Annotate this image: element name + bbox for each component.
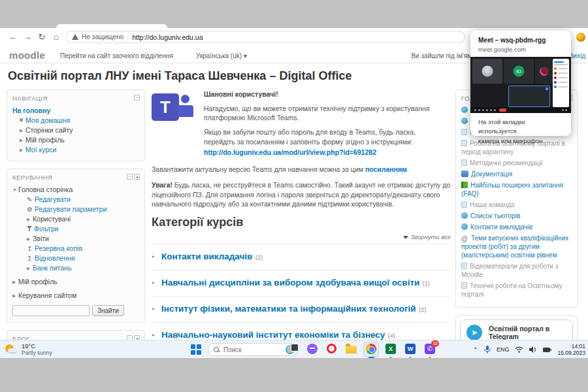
forward-button[interactable]: → [21,31,34,44]
telegram-label[interactable]: Освітній портал в Telegram [489,325,566,340]
category-row[interactable]: ▸ Контакти викладачів (2) [152,244,451,270]
meet-tab-preview-popup[interactable]: Meet – wsq-pbdm-rgg meet.google.com Ю [470,31,571,136]
menu-item-label[interactable]: Найбільш поширені запитання (FAQ) [461,182,563,197]
menu-item[interactable]: Технічні роботи на Освітньому порталі [461,282,572,299]
admin-search-button[interactable]: Знайти [92,305,124,316]
nav-item-label[interactable]: Мій профіль [25,136,65,144]
opera-button[interactable] [327,344,338,355]
address-bar[interactable]: Не защищено | http://do.luguniv.edu.ua [65,31,465,43]
collapse-block-icon[interactable]: − [134,95,140,101]
viber-button[interactable]: ✆33 [425,344,436,355]
nav-item-site-pages[interactable]: ▶Сторінки сайту [20,125,139,135]
caret-right-icon[interactable]: ▶ [20,125,25,135]
collapse-all-link[interactable]: Згорнути все [152,233,451,244]
admin-item-label[interactable]: Відновлення [35,254,75,262]
caret-right-icon[interactable]: ▸ [152,332,155,338]
menu-item[interactable]: Контакти викладачів [461,223,572,231]
menu-item[interactable]: Наша команда [461,201,572,209]
caret-right-icon[interactable]: ▶ [12,291,18,301]
menu-item[interactable]: @Теми випускних кваліфікаційних проектів… [461,234,572,259]
category-link[interactable]: Навчально-науковий інститут економіки та… [161,330,385,340]
caret-right-icon[interactable]: ▸ [152,253,155,259]
category-link[interactable]: Інститут фізики, математики та інформаці… [161,304,416,314]
support-form-link[interactable]: http://do.luguniv.edu.ua/mod/url/view.ph… [204,148,376,156]
admin-item-my-profile[interactable]: ▶Мій профіль [12,277,139,287]
menu-item-label[interactable]: Відеоматеріали для роботи з Moodle [461,263,558,278]
caret-right-icon[interactable]: ▶ [20,135,25,145]
nav-item-label[interactable]: Моя домашня [25,116,70,124]
menu-item[interactable]: Документація [461,170,572,178]
category-row[interactable]: ▸ Навчально-науковий інститут економіки … [152,322,451,340]
admin-item-question-bank[interactable]: ▶Банк питань [27,263,139,273]
admin-root[interactable]: ▼Головна сторінка [12,185,139,195]
menu-item-label[interactable]: Теми випускних кваліфікаційних проектів … [461,235,568,259]
admin-item-label[interactable]: Фільтри [34,225,59,233]
category-link[interactable]: Навчальні дисципліни за вибором здобувач… [161,278,419,287]
caret-right-icon[interactable]: ▶ [27,214,33,224]
collapse-block-icon[interactable]: − [127,335,133,340]
battery-icon[interactable] [543,347,551,353]
back-button[interactable]: ← [7,31,20,44]
home-button[interactable]: ⌂ [50,31,63,44]
moodle-logo[interactable]: moodle [9,50,45,61]
menu-item[interactable]: Відеоматеріали для роботи з Moodle [461,262,572,279]
admin-item-label[interactable]: Мій профіль [18,278,57,286]
taskbar-weather-widget[interactable]: 19°C Partly sunny [5,342,52,356]
category-row[interactable]: ▸ Інститут фізики, математики та інформа… [152,296,451,322]
caret-right-icon[interactable]: ▶ [27,234,33,244]
admin-item-label[interactable]: Редагувати параметри [35,205,106,213]
caret-right-icon[interactable]: ▸ [152,306,155,312]
tray-overflow-chevron-icon[interactable]: ⌃ [473,346,478,353]
admin-item-edit-settings[interactable]: ⚙Редагувати параметри [27,204,139,214]
category-link[interactable]: Контакти викладачів [161,252,252,261]
browser-profile-avatar[interactable] [576,33,585,42]
taskbar-clock[interactable]: 14:01 15.09.2023 [557,343,585,356]
file-explorer-button[interactable] [346,344,357,355]
admin-item-users[interactable]: ▶Користувачі [27,214,139,224]
start-button[interactable] [191,344,201,355]
teams-download-link[interactable]: посиланням [365,165,407,173]
caret-right-icon[interactable]: ▸ [152,280,155,286]
chrome-button[interactable] [366,344,377,355]
dock-block-icon[interactable]: ◂ [134,174,140,180]
admin-item-label[interactable]: Звіти [33,235,49,242]
nav-item-label[interactable]: Сторінки сайту [25,126,73,134]
telegram-card[interactable]: ➤ Освітній портал в Telegram [460,319,573,340]
wifi-icon[interactable] [515,346,523,353]
admin-root-label[interactable]: Головна сторінка [18,186,73,193]
nav-item-dashboard[interactable]: Моя домашня [20,116,139,125]
nav-item-courses[interactable]: ▶Мої курси [20,145,139,155]
admin-item-filters[interactable]: Фільтри [27,224,139,234]
menu-item[interactable]: Список тьюторів [461,212,572,220]
admin-item-backup[interactable]: ↥Резервна копія [27,244,139,253]
menu-item-label[interactable]: Технічні роботи на Освітньому порталі [461,282,563,298]
nav-home-label[interactable]: На головну [12,106,50,114]
menu-item-label[interactable]: Наша команда [470,201,515,208]
admin-item-reports[interactable]: ▶Звіти [27,234,139,244]
word-button[interactable]: W [405,344,416,355]
admin-item-label[interactable]: Керування сайтом [18,291,76,299]
microphone-icon[interactable] [484,346,491,353]
menu-item-label[interactable]: Контакти викладачів [470,223,532,231]
volume-icon[interactable] [529,346,537,353]
taskbar-search[interactable]: b [208,343,298,356]
teams-chat-button[interactable] [307,344,318,355]
caret-right-icon[interactable]: ▶ [27,263,33,273]
admin-item-label[interactable]: Користувачі [33,215,71,223]
admin-item-site-admin[interactable]: ▶Керування сайтом [12,291,139,301]
menu-item-label[interactable]: Методичні рекомендації [470,159,543,167]
caret-right-icon[interactable]: ▶ [20,145,25,155]
nav-link-language[interactable]: Українська (uk) ▾ [196,52,247,59]
admin-item-label[interactable]: Банк питань [33,264,71,272]
task-view-button[interactable] [287,344,299,355]
nav-home-link[interactable]: На головну [12,106,139,116]
admin-item-label[interactable]: Резервна копія [35,244,82,252]
nav-item-profile[interactable]: ▶Мій профіль [20,135,139,145]
caret-down-icon[interactable]: ▼ [12,185,18,195]
caret-right-icon[interactable]: ▶ [12,277,18,287]
nav-item-label[interactable]: Мої курси [25,146,56,154]
menu-item[interactable]: Методичні рекомендації [461,159,572,167]
collapse-block-icon[interactable]: − [127,174,133,180]
nav-link-distance[interactable]: Перейти на сайт заочного відділення [60,52,173,59]
reload-button[interactable]: ↻ [35,31,48,44]
